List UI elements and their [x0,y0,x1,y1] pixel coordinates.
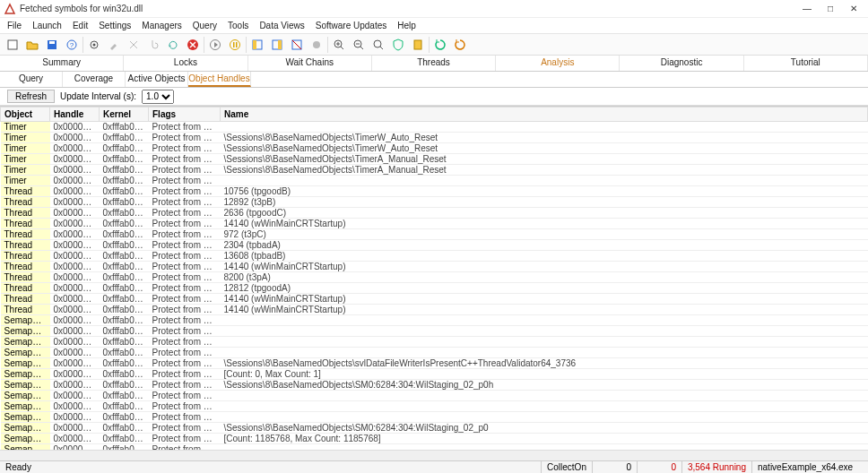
maximize-button[interactable]: □ [820,2,841,16]
toolbar: ? [0,34,868,56]
table-row[interactable]: Thread0x000004800xfffab093...Protect fro… [1,197,868,208]
tool-icon[interactable] [105,36,123,54]
table-row[interactable]: Timer0x000003a80xfffab093...Protect from… [1,165,868,176]
book-icon[interactable] [409,36,427,54]
tab-threads[interactable]: Threads [372,56,496,71]
minimize-button[interactable]: — [796,2,818,16]
table-row[interactable]: Timer0x000003600xfffab093...Protect from… [1,154,868,165]
menu-tools[interactable]: Tools [222,21,254,30]
table-row[interactable]: Thread0x000001c00xfffab093...Protect fro… [1,305,868,315]
svg-rect-21 [414,40,421,49]
help-icon[interactable]: ? [63,36,81,54]
table-row[interactable]: Thread0x000004700xfffab093...Protect fro… [1,208,868,219]
panel2-icon[interactable] [268,36,286,54]
table-row[interactable]: Thread0x000004840xfffab093...Protect fro… [1,229,868,240]
settings-icon[interactable] [85,36,103,54]
new-icon[interactable] [4,36,22,54]
col-flags[interactable]: Flags [149,108,221,122]
tab-diagnostic[interactable]: Diagnostic [620,56,743,71]
panel1-icon[interactable] [248,36,266,54]
table-row[interactable]: Thread0x0000046c0xfffab093...Protect fro… [1,186,868,197]
svg-rect-11 [236,42,238,47]
tab-summary[interactable]: Summary [0,56,124,71]
svg-rect-13 [253,40,256,49]
table-row[interactable]: Semaphore0x000003980xfffab093...Protect … [1,401,868,412]
table-row[interactable]: Semaphore0x000003940xfffab093...Protect … [1,412,868,423]
save-icon[interactable] [43,36,61,54]
col-name[interactable]: Name [221,108,868,122]
table-row[interactable]: Timer0x000003480xfffab093...Protect from… [1,133,868,143]
table-row[interactable]: Semaphore0x000003700xfffab093...Protect … [1,434,868,444]
col-object[interactable]: Object [1,108,50,122]
tab-wait-chains[interactable]: Wait Chains [248,56,372,71]
table-row[interactable]: Thread0x000004780xfffab093...Protect fro… [1,251,868,262]
table-row[interactable]: Semaphore0x000003fc0xfffab093...Protect … [1,391,868,401]
menu-launch[interactable]: Launch [27,21,67,30]
table-row[interactable]: Thread0x000003e80xfffab093...Protect fro… [1,262,868,272]
menu-edit[interactable]: Edit [67,21,93,30]
tab-analysis[interactable]: Analysis [496,56,620,71]
sync-orange-icon[interactable] [451,36,469,54]
subtab-query[interactable]: Query [0,72,63,87]
menu-managers[interactable]: Managers [136,21,187,30]
svg-rect-10 [233,42,235,47]
table-container[interactable]: ObjectHandleKernelFlagsName Timer0x00000… [0,106,868,450]
subtab-active-objects[interactable]: Active Objects [126,72,188,87]
table-row[interactable]: Semaphore0x0000015c0xfffab084...Protect … [1,315,868,326]
refresh-round-icon[interactable] [164,36,182,54]
hook-icon[interactable] [144,36,162,54]
table-row[interactable]: Thread0x000004300xfffab093...Protect fro… [1,294,868,305]
status-ready: Ready [0,462,37,472]
titlebar: Fetched symbols for win32u.dll — □ ✕ [0,0,868,18]
menu-settings[interactable]: Settings [93,21,136,30]
record-icon[interactable] [308,36,326,54]
status-running: 3,564 Running [681,461,751,473]
pause-icon[interactable] [226,36,244,54]
stop-icon[interactable] [184,36,202,54]
col-handle[interactable]: Handle [50,108,100,122]
table-row[interactable]: Semaphore0x000003b40xfffab093...Protect … [1,380,868,391]
col-kernel[interactable]: Kernel [100,108,149,122]
object-table: ObjectHandleKernelFlagsName Timer0x00000… [0,107,868,450]
shield-icon[interactable] [389,36,407,54]
table-row[interactable]: Semaphore0x000001840xfffab084...Protect … [1,337,868,348]
menu-help[interactable]: Help [392,21,421,30]
play-icon[interactable] [206,36,224,54]
sync-green-icon[interactable] [431,36,449,54]
table-row[interactable]: Thread0x000004740xfffab093...Protect fro… [1,240,868,251]
table-row[interactable]: Thread0x000004680xfffab093...Protect fro… [1,283,868,294]
svg-point-6 [93,43,96,46]
table-row[interactable]: Thread0x000004240xfffab093...Protect fro… [1,219,868,229]
menubar: FileLaunchEditSettingsManagersQueryTools… [0,18,868,34]
table-row[interactable]: Timer0x000004080xfffab093...Protect from… [1,122,868,133]
interval-select[interactable]: 1.0 [142,90,174,104]
cut-icon[interactable] [125,36,143,54]
table-row[interactable]: Semaphore0x000001800xfffab084...Protect … [1,326,868,337]
table-row[interactable]: Thread0x0000047c0xfffab093...Protect fro… [1,272,868,283]
menu-query[interactable]: Query [187,21,222,30]
panel3-icon[interactable] [288,36,306,54]
refresh-button[interactable]: Refresh [7,90,55,103]
table-row[interactable]: Semaphore0x000001600xfffab084...Protect … [1,348,868,358]
table-row[interactable]: Semaphore0x000003740xfffab093...Protect … [1,369,868,380]
subtab-coverage[interactable]: Coverage [63,72,126,87]
menu-software-updates[interactable]: Software Updates [310,21,393,30]
zoom-in-icon[interactable] [330,36,348,54]
tab-tutorial[interactable]: Tutorial [744,56,868,71]
menu-data-views[interactable]: Data Views [254,21,309,30]
svg-point-9 [230,39,240,49]
table-row[interactable]: Semaphore0x000003a00xfffab093...Protect … [1,423,868,434]
subtab-object-handles[interactable]: Object Handles [188,72,251,87]
close-button[interactable]: ✕ [843,2,864,16]
open-icon[interactable] [23,36,41,54]
table-row[interactable]: Semaphore0x000002b80xfffab093...Protect … [1,358,868,369]
table-row[interactable]: Timer0x000003a40xfffab093...Protect from… [1,143,868,154]
zoom-fit-icon[interactable] [369,36,387,54]
tab-locks[interactable]: Locks [124,56,247,71]
horizontal-scrollbar[interactable] [0,450,868,460]
table-row[interactable]: Timer0x000004040xfffab093...Protect from… [1,176,868,186]
menu-file[interactable]: File [2,21,27,30]
status-bar: Ready CollectOn 0 0 3,564 Running native… [0,460,868,473]
svg-rect-2 [49,41,55,44]
zoom-out-icon[interactable] [350,36,368,54]
